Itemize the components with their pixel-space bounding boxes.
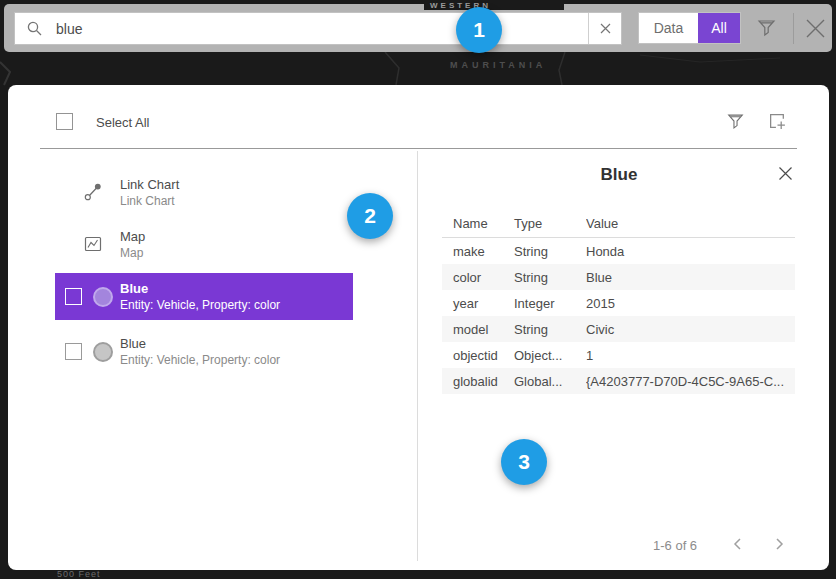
panel-header-divider bbox=[40, 148, 797, 149]
search-icon bbox=[26, 20, 44, 38]
result-item-blue-selected[interactable]: Blue Entity: Vehicle, Property: color bbox=[55, 273, 353, 320]
result-item-map[interactable]: Map Map bbox=[55, 223, 353, 265]
cell-name: make bbox=[442, 244, 514, 259]
result-subtitle: Entity: Vehicle, Property: color bbox=[120, 298, 280, 312]
cell-name: model bbox=[442, 322, 514, 337]
result-title: Blue bbox=[120, 336, 280, 351]
attribute-table: Name Type Value make String Honda color … bbox=[442, 210, 795, 394]
result-subtitle: Entity: Vehicle, Property: color bbox=[120, 353, 280, 367]
list-detail-divider bbox=[417, 151, 418, 561]
cell-type: Global... bbox=[514, 374, 586, 389]
attribute-table-header: Name Type Value bbox=[442, 210, 795, 238]
column-header-type: Type bbox=[514, 216, 586, 231]
toggle-all-button[interactable]: All bbox=[698, 13, 740, 43]
table-row: model String Civic bbox=[442, 316, 795, 342]
result-item-link-chart[interactable]: Link Chart Link Chart bbox=[55, 171, 353, 213]
cell-name: objectid bbox=[442, 348, 514, 363]
result-title: Blue bbox=[120, 281, 280, 296]
select-all-label: Select All bbox=[96, 115, 149, 130]
column-header-name: Name bbox=[442, 216, 514, 231]
cell-name: color bbox=[442, 270, 514, 285]
cell-type: String bbox=[514, 322, 586, 337]
result-subtitle: Link Chart bbox=[120, 194, 179, 208]
table-row: color String Blue bbox=[442, 264, 795, 290]
table-row: objectid Object... 1 bbox=[442, 342, 795, 368]
column-header-value: Value bbox=[586, 216, 795, 231]
result-title: Map bbox=[120, 229, 145, 244]
results-filter-icon[interactable] bbox=[726, 112, 745, 135]
select-all-checkbox[interactable] bbox=[56, 113, 73, 130]
result-subtitle: Map bbox=[120, 246, 145, 260]
detail-close-icon[interactable] bbox=[778, 166, 793, 185]
pagination-prev-icon[interactable] bbox=[733, 537, 742, 555]
table-row: make String Honda bbox=[442, 238, 795, 264]
cell-value: Blue bbox=[586, 270, 795, 285]
table-row: globalid Global... {A4203777-D70D-4C5C-9… bbox=[442, 368, 795, 394]
annotation-badge-3: 3 bbox=[501, 439, 547, 485]
close-search-icon[interactable] bbox=[802, 15, 829, 46]
toggle-data-button[interactable]: Data bbox=[639, 13, 698, 43]
pagination-range: 1-6 of 6 bbox=[653, 538, 697, 553]
cell-name: year bbox=[442, 296, 514, 311]
cell-type: String bbox=[514, 244, 586, 259]
result-checkbox[interactable] bbox=[65, 343, 82, 360]
result-item-blue[interactable]: Blue Entity: Vehicle, Property: color bbox=[55, 328, 353, 375]
search-box[interactable] bbox=[14, 12, 622, 45]
search-results-panel: Select All Link Chart Link Chart Map Map… bbox=[8, 85, 829, 570]
cell-value: Civic bbox=[586, 322, 795, 337]
cell-value: 2015 bbox=[586, 296, 795, 311]
annotation-badge-2: 2 bbox=[347, 193, 393, 239]
pagination-next-icon[interactable] bbox=[775, 537, 784, 555]
cell-value: {A4203777-D70D-4C5C-9A65-C... bbox=[586, 374, 795, 389]
clear-search-button[interactable] bbox=[588, 13, 621, 44]
search-scope-toggle: Data All bbox=[638, 12, 741, 44]
search-input[interactable] bbox=[44, 21, 588, 37]
add-to-selection-icon[interactable] bbox=[768, 112, 787, 135]
result-title: Link Chart bbox=[120, 177, 179, 192]
entity-dot-icon bbox=[93, 342, 113, 362]
link-chart-icon bbox=[83, 182, 103, 202]
table-row: year Integer 2015 bbox=[442, 290, 795, 316]
result-checkbox[interactable] bbox=[65, 288, 82, 305]
map-scale-label: 500 Feet bbox=[57, 569, 101, 579]
cell-type: Object... bbox=[514, 348, 586, 363]
map-label-western: WESTERN bbox=[424, 0, 564, 10]
cell-value: Honda bbox=[586, 244, 795, 259]
cell-type: Integer bbox=[514, 296, 586, 311]
annotation-badge-1: 1 bbox=[456, 7, 502, 53]
cell-name: globalid bbox=[442, 374, 514, 389]
entity-dot-icon bbox=[93, 287, 113, 307]
search-toolbar: Data All bbox=[4, 4, 832, 52]
cell-type: String bbox=[514, 270, 586, 285]
cell-value: 1 bbox=[586, 348, 795, 363]
detail-title: Blue bbox=[417, 165, 821, 185]
filter-icon[interactable] bbox=[756, 18, 777, 42]
toolbar-divider bbox=[793, 13, 794, 44]
map-icon bbox=[83, 234, 103, 254]
map-label-mauritania: MAURITANIA bbox=[450, 60, 546, 70]
